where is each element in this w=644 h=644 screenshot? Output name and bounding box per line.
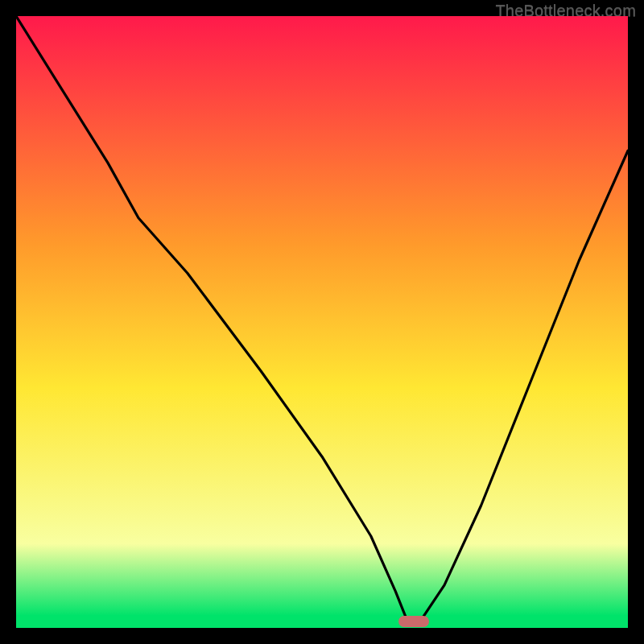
bottleneck-curve [16, 16, 628, 621]
chart-frame: TheBottleneck.com [0, 0, 644, 644]
plot-area [16, 16, 628, 628]
curve-svg [16, 16, 628, 628]
min-marker [398, 616, 429, 627]
